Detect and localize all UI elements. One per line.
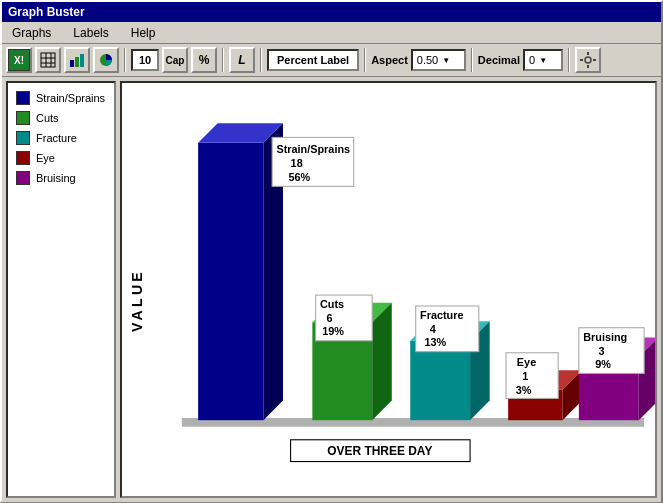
- cap-label: Cap: [166, 55, 185, 66]
- legend-item: Fracture: [16, 131, 106, 145]
- gear-icon: [579, 51, 597, 69]
- svg-text:VALUE: VALUE: [129, 269, 145, 332]
- legend-item: Eye: [16, 151, 106, 165]
- decimal-dropdown-arrow: ▼: [539, 56, 547, 65]
- svg-rect-5: [70, 60, 74, 67]
- svg-marker-27: [372, 303, 392, 420]
- percent-label-text: Percent Label: [277, 54, 349, 66]
- svg-point-9: [585, 57, 591, 63]
- legend-item: Bruising: [16, 171, 106, 185]
- decimal-dropdown[interactable]: 0 ▼: [523, 49, 563, 71]
- svg-text:3%: 3%: [516, 384, 532, 396]
- chart-svg: VALUE Strain/Sprains 18 56%: [122, 83, 655, 496]
- separator-4: [364, 48, 366, 72]
- legend-item-label: Cuts: [36, 112, 59, 124]
- l-label: L: [238, 53, 245, 67]
- percent-button[interactable]: %: [191, 47, 217, 73]
- menu-bar: Graphs Labels Help: [2, 22, 661, 44]
- window-title: Graph Buster: [8, 5, 85, 19]
- percent-label-display: Percent Label: [267, 49, 359, 71]
- svg-text:18: 18: [291, 157, 303, 169]
- legend-color-swatch: [16, 151, 30, 165]
- gear-button[interactable]: [575, 47, 601, 73]
- legend-color-swatch: [16, 91, 30, 105]
- cap-button[interactable]: Cap: [162, 47, 188, 73]
- svg-rect-7: [80, 54, 84, 67]
- svg-text:OVER THREE DAY: OVER THREE DAY: [327, 444, 432, 458]
- bar-chart-icon: [69, 52, 85, 68]
- svg-text:19%: 19%: [322, 325, 344, 337]
- separator-6: [568, 48, 570, 72]
- pie-chart-button[interactable]: [93, 47, 119, 73]
- menu-help[interactable]: Help: [125, 24, 162, 42]
- l-button[interactable]: L: [229, 47, 255, 73]
- bar-chart-button[interactable]: [64, 47, 90, 73]
- separator-2: [222, 48, 224, 72]
- pie-chart-icon: [98, 52, 114, 68]
- aspect-dropdown-arrow: ▼: [442, 56, 450, 65]
- svg-text:Eye: Eye: [517, 356, 536, 368]
- legend-item: Cuts: [16, 111, 106, 125]
- title-bar: Graph Buster: [2, 2, 661, 22]
- svg-text:Bruising: Bruising: [583, 331, 627, 343]
- svg-text:Strain/Sprains: Strain/Sprains: [276, 143, 350, 155]
- legend-color-swatch: [16, 111, 30, 125]
- decimal-value: 0: [529, 54, 535, 66]
- table-button[interactable]: [35, 47, 61, 73]
- main-window: Graph Buster Graphs Labels Help X!: [0, 0, 663, 503]
- main-content: Strain/Sprains Cuts Fracture Eye Bruisin…: [2, 77, 661, 502]
- legend-item-label: Eye: [36, 152, 55, 164]
- legend-item-label: Fracture: [36, 132, 77, 144]
- svg-rect-6: [75, 57, 79, 67]
- svg-text:56%: 56%: [288, 171, 310, 183]
- number-input[interactable]: [131, 49, 159, 71]
- excel-button[interactable]: X!: [6, 47, 32, 73]
- legend-color-swatch: [16, 171, 30, 185]
- separator-1: [124, 48, 126, 72]
- menu-graphs[interactable]: Graphs: [6, 24, 57, 42]
- menu-labels[interactable]: Labels: [67, 24, 114, 42]
- legend-color-swatch: [16, 131, 30, 145]
- svg-rect-32: [410, 341, 470, 420]
- legend: Strain/Sprains Cuts Fracture Eye Bruisin…: [6, 81, 116, 498]
- svg-text:9%: 9%: [595, 358, 611, 370]
- svg-rect-18: [198, 143, 263, 420]
- aspect-dropdown[interactable]: 0.50 ▼: [411, 49, 466, 71]
- percent-symbol: %: [199, 53, 210, 67]
- legend-item-label: Bruising: [36, 172, 76, 184]
- svg-text:1: 1: [522, 370, 528, 382]
- excel-icon: X!: [8, 49, 30, 71]
- toolbar: X!: [2, 44, 661, 77]
- svg-text:13%: 13%: [424, 336, 446, 348]
- svg-text:6: 6: [326, 312, 332, 324]
- table-icon: [40, 52, 56, 68]
- legend-item: Strain/Sprains: [16, 91, 106, 105]
- svg-text:4: 4: [430, 323, 436, 335]
- decimal-label: Decimal: [478, 54, 520, 66]
- separator-3: [260, 48, 262, 72]
- svg-text:Cuts: Cuts: [320, 298, 344, 310]
- aspect-label: Aspect: [371, 54, 408, 66]
- separator-5: [471, 48, 473, 72]
- chart-area: VALUE Strain/Sprains 18 56%: [120, 81, 657, 498]
- svg-text:Fracture: Fracture: [420, 309, 463, 321]
- aspect-value: 0.50: [417, 54, 438, 66]
- svg-rect-0: [41, 53, 55, 67]
- legend-item-label: Strain/Sprains: [36, 92, 105, 104]
- svg-text:3: 3: [598, 345, 604, 357]
